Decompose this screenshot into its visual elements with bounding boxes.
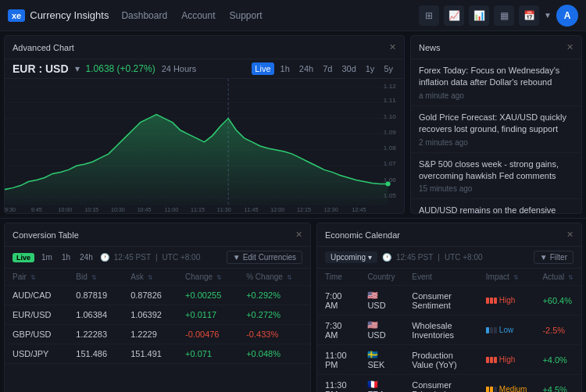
change-cell: +0.071 [177, 344, 238, 364]
time-btn-1h[interactable]: 1h [277, 62, 293, 75]
econ-clock-icon: 🕐 [382, 253, 391, 262]
svg-text:11:15: 11:15 [191, 207, 205, 213]
time-cell: 7:30 AM [317, 315, 359, 345]
upcoming-chevron: ▾ [368, 253, 372, 262]
news-title: News [419, 43, 441, 52]
actual-cell: +4.0% [534, 345, 581, 375]
svg-text:1.09: 1.09 [384, 129, 396, 136]
news-time: a minute ago [419, 91, 573, 100]
time-cell: 7:00 AM [317, 286, 359, 315]
nav-dashboard[interactable]: Dashboard [121, 10, 167, 21]
avatar[interactable]: A [556, 5, 578, 27]
time-btn-30d[interactable]: 30d [338, 62, 359, 75]
conversion-panel-header: Conversion Table ✕ [5, 223, 310, 247]
time-btn-7d[interactable]: 7d [320, 62, 335, 75]
change-cell: +0.0117 [177, 305, 238, 325]
event-cell: Production Value (YoY) [404, 345, 478, 375]
econ-tbody: 7:00 AM 🇺🇸 USD Consumer Sentiment H [317, 286, 581, 393]
chart-close-btn[interactable]: ✕ [389, 42, 396, 52]
pct-cell: +0.292% [238, 286, 310, 305]
impact-cell: High [478, 345, 535, 375]
col-pct[interactable]: % Change ⇅ [238, 269, 310, 286]
main-content: Advanced Chart ✕ EUR : USD ▾ 1.0638 (+0.… [0, 31, 586, 392]
flag-icon: 🇫🇷 [367, 380, 378, 389]
svg-text:1.06: 1.06 [384, 176, 396, 184]
news-time: 15 minutes ago [419, 184, 573, 193]
economic-calendar-panel: Economic Calendar ✕ Upcoming ▾ 🕐 12:45 P… [316, 223, 582, 392]
impact-bar [486, 357, 497, 363]
table-row: AUD/CAD 0.87819 0.87826 +0.00255 +0.292% [5, 286, 310, 305]
impact-bar [486, 327, 497, 333]
news-item[interactable]: S&P 500 closes week - strong gains, over… [411, 153, 581, 200]
conv-time-24h[interactable]: 24h [77, 252, 95, 262]
pair-cell: EUR/USD [5, 305, 68, 325]
upcoming-btn[interactable]: Upcoming ▾ [325, 251, 377, 263]
event-cell: Wholesale Inventories [404, 315, 478, 345]
col-pair[interactable]: Pair ⇅ [5, 269, 68, 286]
filter-btn[interactable]: ▼ Filter [534, 251, 573, 264]
col-actual[interactable]: Actual ⇅ [534, 269, 581, 286]
impact-bar [486, 387, 497, 393]
conv-utc-label: UTC +8:00 [163, 253, 201, 262]
grid-icon-btn[interactable]: ⊞ [419, 5, 439, 26]
news-time: 2 minutes ago [419, 138, 573, 147]
conversion-controls: Live 1m 1h 24h 🕐 12:45 PST | UTC +8:00 ▼… [5, 247, 310, 269]
calendar-icon-btn[interactable]: 📅 [519, 5, 539, 26]
actual-cell: +4.5% [534, 375, 581, 393]
impact-badge: Low [486, 326, 513, 334]
conv-time-1h[interactable]: 1h [59, 252, 73, 262]
header-tools: ⊞ 📈 📊 ▦ 📅 ▼ A [419, 5, 578, 27]
main-nav: Dashboard Account Support [121, 10, 262, 21]
chart-period: 24 Hours [162, 64, 197, 73]
news-item[interactable]: Gold Price Forecast: XAU/USD quickly rec… [411, 106, 581, 153]
econ-thead: Time Country Event Impact ⇅ Actual ⇅ [317, 269, 581, 286]
conv-time-1m[interactable]: 1m [39, 252, 55, 262]
conversion-panel: Conversion Table ✕ Live 1m 1h 24h 🕐 12:4… [4, 223, 311, 392]
pair-dropdown-icon[interactable]: ▾ [75, 63, 80, 74]
country-code: USD [367, 330, 385, 340]
col-impact[interactable]: Impact ⇅ [478, 269, 535, 286]
change-cell: +0.00255 [177, 286, 238, 305]
time-buttons: Live 1h 24h 7d 30d 1y 5y [252, 62, 396, 75]
flag-icon: 🇺🇸 [367, 320, 378, 330]
news-item[interactable]: Forex Today: Focus on Wednesday's inflat… [411, 59, 581, 106]
conversion-close-btn[interactable]: ✕ [295, 230, 302, 240]
svg-text:1.12: 1.12 [384, 83, 396, 90]
nav-support[interactable]: Support [229, 10, 262, 21]
table-icon-btn[interactable]: ▦ [494, 5, 514, 26]
svg-text:11:30: 11:30 [217, 207, 231, 213]
time-btn-1y[interactable]: 1y [363, 62, 378, 75]
table-row: EUR/USD 1.06384 1.06392 +0.0117 +0.272% [5, 305, 310, 325]
col-bid[interactable]: Bid ⇅ [68, 269, 123, 286]
change-cell: -0.00476 [177, 325, 238, 344]
table-row: 7:00 AM 🇺🇸 USD Consumer Sentiment H [317, 286, 581, 315]
news-item[interactable]: AUD/USD remains on the defensive above 0… [411, 199, 581, 213]
time-btn-24h[interactable]: 24h [296, 62, 316, 75]
news-close-btn[interactable]: ✕ [566, 42, 573, 52]
col-change[interactable]: Change ⇅ [177, 269, 238, 286]
table-row: 7:30 AM 🇺🇸 USD Wholesale Inventories [317, 315, 581, 345]
nav-account[interactable]: Account [181, 10, 215, 21]
impact-badge: High [486, 355, 516, 364]
top-row: Advanced Chart ✕ EUR : USD ▾ 1.0638 (+0.… [0, 31, 586, 219]
table-row: 11:00 PM 🇸🇪 SEK Production Value (YoY) [317, 345, 581, 375]
pair-cell: AUD/CAD [5, 286, 68, 305]
time-btn-5y[interactable]: 5y [381, 62, 396, 75]
ask-cell: 0.87826 [123, 286, 177, 305]
svg-text:12:00: 12:00 [270, 207, 284, 213]
chart-subheader: EUR : USD ▾ 1.0638 (+0.27%) 24 Hours Liv… [5, 59, 404, 79]
col-event: Event [404, 269, 478, 286]
econ-close-btn[interactable]: ✕ [566, 230, 573, 240]
event-cell: Consumer Sentiment [404, 286, 478, 315]
country-code: USD [367, 301, 385, 310]
svg-point-17 [385, 182, 390, 187]
col-ask[interactable]: Ask ⇅ [123, 269, 177, 286]
edit-currencies-btn[interactable]: ▼ Edit Currencies [227, 251, 302, 264]
line-chart-icon-btn[interactable]: 📈 [444, 5, 464, 26]
pct-cell: +0.272% [238, 305, 310, 325]
event-cell: Consumer Price Index [404, 375, 478, 393]
chevron-down-icon[interactable]: ▼ [544, 11, 552, 20]
pct-cell: +0.048% [238, 344, 310, 364]
bar-chart-icon-btn[interactable]: 📊 [469, 5, 489, 26]
time-btn-live[interactable]: Live [252, 62, 273, 75]
